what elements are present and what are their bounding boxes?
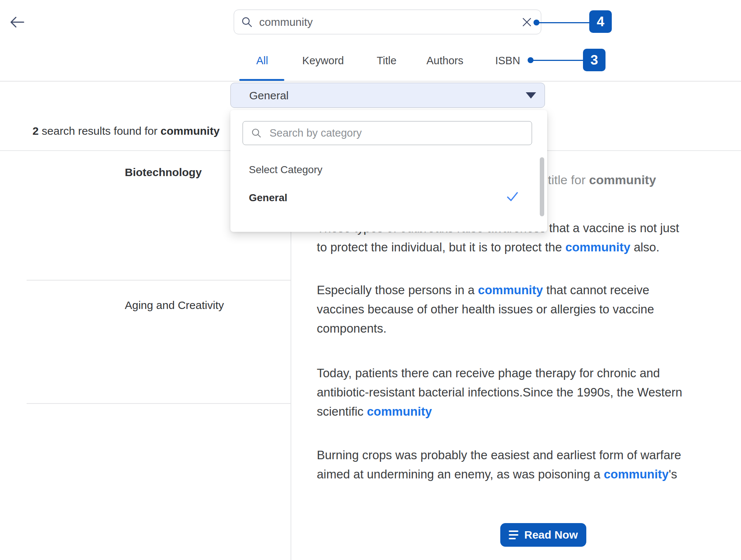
category-dropdown-button[interactable]: General: [230, 83, 545, 108]
chevron-down-icon: [526, 92, 536, 99]
search-icon: [251, 128, 262, 139]
header-divider: [0, 81, 741, 82]
detail-paragraph: Especially those persons in a community …: [317, 281, 690, 338]
category-option-general[interactable]: General: [230, 187, 533, 211]
check-icon: [506, 191, 519, 202]
detail-heading: title for community: [548, 173, 656, 187]
category-selected-label: General: [249, 89, 289, 102]
result-item-biotechnology[interactable]: Biotechnology: [125, 166, 202, 179]
category-option-label: General: [249, 192, 287, 204]
search-results-page: 4 AllKeywordTitleAuthorsISBN 3 2 search …: [0, 0, 741, 560]
clear-search-icon[interactable]: [522, 17, 532, 27]
tab-keyword[interactable]: Keyword: [302, 55, 344, 67]
search-input[interactable]: [258, 10, 515, 34]
results-summary: 2 search results found for community: [32, 125, 220, 137]
detail-paragraph: Today, patients there can receive phage …: [317, 364, 690, 421]
community-link[interactable]: community: [565, 240, 630, 254]
result-divider: [27, 403, 291, 404]
result-item-aging-and-creativity[interactable]: Aging and Creativity: [125, 299, 224, 312]
search-icon: [241, 16, 253, 28]
tab-title[interactable]: Title: [377, 55, 397, 67]
category-dropdown-panel: Select Category General: [230, 110, 547, 232]
search-bar: [234, 10, 541, 34]
read-now-label: Read Now: [524, 529, 578, 541]
community-link[interactable]: community: [478, 283, 543, 297]
read-now-button[interactable]: Read Now: [500, 523, 586, 547]
back-button[interactable]: [8, 14, 26, 30]
detail-paragraph: Burning crops was probably the easiest a…: [317, 446, 690, 484]
tab-isbn[interactable]: ISBN: [495, 55, 520, 67]
tab-authors[interactable]: Authors: [426, 55, 463, 67]
back-arrow-icon: [8, 14, 26, 30]
annotation-line-3: [533, 60, 583, 61]
read-lines-icon: [509, 530, 518, 539]
tab-all[interactable]: All: [256, 55, 268, 67]
community-link[interactable]: community: [604, 467, 669, 481]
results-count: 2: [32, 125, 39, 137]
annotation-badge-3: 3: [583, 49, 606, 71]
result-divider: [27, 280, 291, 281]
results-query: community: [161, 125, 220, 137]
annotation-line-4: [538, 22, 589, 23]
community-link[interactable]: community: [367, 405, 432, 418]
annotation-badge-4: 4: [589, 10, 612, 33]
category-search-box: [243, 121, 532, 145]
category-search-input[interactable]: [269, 121, 525, 145]
category-list-header: Select Category: [249, 164, 322, 176]
dropdown-scrollbar[interactable]: [540, 157, 544, 216]
